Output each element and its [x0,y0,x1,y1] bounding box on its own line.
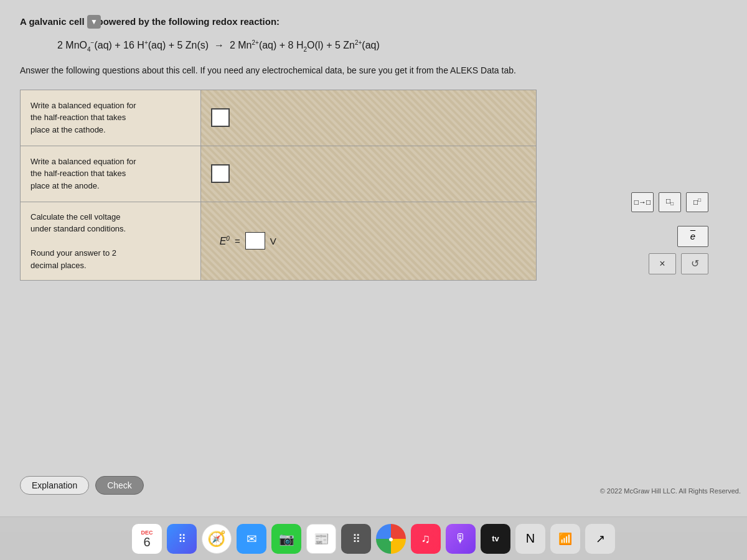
dock-calendar-month: DEC [141,530,153,536]
anode-question-label: Write a balanced equation forthe half-re… [21,146,201,202]
cathode-question-label: Write a balanced equation forthe half-re… [21,90,201,146]
voltage-input-box[interactable] [245,232,265,250]
instructions-text: Answer the following questions about thi… [20,64,727,77]
voltage-display: E0 = V [220,232,517,250]
dock-item-facetime[interactable]: 📷 [271,524,301,554]
dock-item-dots[interactable]: ⠿ [341,524,371,554]
voltage-answer-cell[interactable]: E0 = V [200,202,536,281]
news-icon: 📰 [314,531,329,546]
chevron-down-button[interactable]: ▼ [87,15,101,29]
table-row: Write a balanced equation forthe half-re… [21,146,537,202]
main-content: ▼ A galvanic cell is powered by the foll… [0,0,747,532]
subscript-box-button[interactable]: □□ [659,192,681,212]
voltage-unit: V [270,236,276,246]
cathode-answer-cell[interactable] [200,90,536,146]
facetime-icon: 📷 [279,531,294,546]
dock-item-launchpad[interactable]: ⠿ [167,524,197,554]
launchpad-icon: ⠿ [178,532,186,546]
bottom-bar: Explanation Check [20,476,144,495]
table-row: Calculate the cell voltageunder standard… [21,202,537,281]
voltage-question-label: Calculate the cell voltageunder standard… [21,202,201,281]
toolbar-panel: □→□ □□ □□ e [631,192,708,274]
podcasts-icon: 🎙 [454,531,467,546]
anode-answer-cell[interactable] [200,146,536,202]
questions-container: Write a balanced equation forthe half-re… [20,90,727,281]
dock-item-music[interactable]: ♫ [411,524,441,554]
undo-icon: ↺ [691,258,699,269]
cathode-input-box[interactable] [211,108,230,127]
mail-icon: ✉ [247,531,257,546]
x-icon: × [659,258,665,269]
anode-input-box[interactable] [211,164,230,183]
reaction-display: 2 MnO4−(aq) + 16 H+(aq) + 5 Zn(s) → 2 Mn… [57,39,727,53]
music-icon: ♫ [421,531,431,546]
dock-item-calendar[interactable]: DEC 6 [132,524,162,554]
arrow-box-button[interactable]: □→□ [631,192,654,212]
table-row: Write a balanced equation forthe half-re… [21,90,537,146]
tv-text: tv [492,534,499,543]
subscript-box-icon: □□ [666,197,674,207]
dock-item-mail[interactable]: ✉ [237,524,266,554]
dock-item-tool[interactable]: ↗ [585,524,615,554]
tool-icon: ↗ [596,532,605,546]
problem-intro: A galvanic cell is powered by the follow… [20,15,727,28]
dock-item-tv[interactable]: tv [481,524,510,554]
dock-item-safari[interactable]: 🧭 [202,524,232,554]
superscript-box-button[interactable]: □□ [686,192,708,212]
undo-button[interactable]: ↺ [681,253,708,274]
equals-sign: = [235,236,240,246]
safari-icon: 🧭 [207,530,226,548]
electron-icon: e [690,231,695,241]
electron-row: e [677,222,708,247]
dock-item-chrome[interactable]: ● [376,524,406,554]
toolbar-row2: × ↺ [649,253,708,274]
questions-table: Write a balanced equation forthe half-re… [20,90,537,281]
dock-calendar-day: 6 [143,536,150,548]
dock-item-podcasts[interactable]: 🎙 [446,524,476,554]
toolbar-inner: □→□ □□ □□ e [631,192,708,274]
superscript-box-icon: □□ [693,197,701,207]
clear-button[interactable]: × [649,253,676,274]
copyright-text: © 2022 McGraw Hill LLC. All Rights Reser… [600,487,741,495]
dock: DEC 6 ⠿ 🧭 ✉ 📷 📰 ⠿ ● ♫ 🎙 tv N [0,516,747,560]
dock-item-news[interactable]: 📰 [306,524,336,554]
signal-icon: 📶 [558,532,572,546]
voltage-e-label: E0 [220,235,230,247]
dots-icon: ⠿ [352,532,360,546]
explanation-button[interactable]: Explanation [20,476,89,495]
check-button[interactable]: Check [95,476,144,495]
chevron-icon: ▼ [90,17,98,26]
wifi-icon: N [526,531,535,546]
toolbar-row1: □→□ □□ □□ [631,192,708,212]
electron-button[interactable]: e [677,226,708,247]
dock-item-signal[interactable]: 📶 [550,524,580,554]
arrow-box-icon: □→□ [634,198,651,207]
chrome-icon: ● [388,534,393,544]
dock-item-wifi[interactable]: N [515,524,545,554]
